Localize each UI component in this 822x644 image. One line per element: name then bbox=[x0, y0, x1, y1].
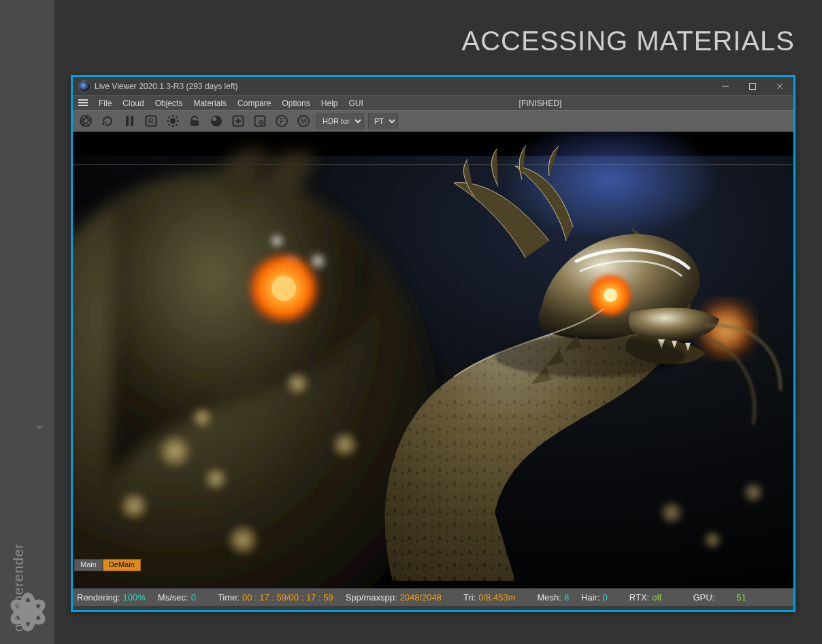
status-rtx-label: RTX: bbox=[629, 592, 649, 603]
svg-point-50 bbox=[269, 233, 285, 249]
svg-point-34 bbox=[260, 121, 263, 124]
menu-help[interactable]: Help bbox=[316, 99, 344, 108]
svg-line-24 bbox=[176, 124, 178, 126]
svg-point-52 bbox=[203, 467, 228, 491]
svg-line-26 bbox=[169, 124, 170, 126]
svg-point-18 bbox=[170, 118, 176, 124]
window-title: Live Viewer 2020.1.3-R3 (293 days left) bbox=[95, 82, 238, 91]
app-icon bbox=[78, 80, 91, 92]
brand-tm: ™ bbox=[35, 424, 42, 432]
status-mssec-label: Ms/sec: bbox=[158, 592, 188, 603]
svg-point-57 bbox=[331, 431, 359, 458]
svg-rect-2 bbox=[750, 83, 756, 89]
svg-rect-15 bbox=[131, 116, 133, 126]
live-viewer-window: Live Viewer 2020.1.3-R3 (293 days left) … bbox=[71, 75, 795, 612]
svg-point-28 bbox=[211, 116, 222, 126]
kernel-select[interactable]: PT bbox=[368, 114, 398, 129]
status-mesh-label: Mesh: bbox=[537, 592, 561, 603]
maximize-button[interactable] bbox=[739, 77, 766, 95]
toolbar: R F M HDR tone PT bbox=[73, 110, 793, 132]
svg-rect-14 bbox=[126, 116, 129, 126]
minimize-button[interactable] bbox=[712, 77, 739, 95]
menubar: File Cloud Objects Materials Compare Opt… bbox=[73, 95, 793, 110]
render-finished-label: [FINISHED] bbox=[369, 99, 793, 108]
refresh-icon[interactable] bbox=[99, 112, 116, 130]
menu-materials[interactable]: Materials bbox=[188, 99, 232, 108]
status-bar: Rendering: 100% Ms/sec: 0 Time: 00 : 17 … bbox=[73, 588, 793, 606]
pause-icon[interactable] bbox=[120, 112, 138, 130]
menu-file[interactable]: File bbox=[93, 99, 117, 108]
svg-line-25 bbox=[176, 117, 178, 118]
status-tri-label: Tri: bbox=[463, 592, 476, 603]
status-rtx-value: off bbox=[652, 592, 661, 603]
menu-cloud[interactable]: Cloud bbox=[117, 99, 149, 108]
status-rendering-value: 100% bbox=[123, 592, 146, 603]
sun-icon[interactable] bbox=[164, 112, 182, 130]
svg-rect-27 bbox=[191, 120, 199, 126]
status-mssec-value: 0 bbox=[191, 592, 196, 603]
restart-icon[interactable]: R bbox=[142, 112, 160, 130]
svg-point-55 bbox=[191, 407, 213, 428]
status-time-label: Time: bbox=[218, 592, 240, 603]
svg-point-65 bbox=[703, 530, 722, 549]
svg-point-59 bbox=[272, 276, 296, 301]
status-spp-label: Spp/maxspp: bbox=[346, 592, 397, 603]
svg-point-63 bbox=[495, 336, 685, 377]
svg-point-62 bbox=[604, 288, 617, 302]
menu-gui[interactable]: GUI bbox=[343, 99, 368, 108]
svg-text:M: M bbox=[301, 118, 306, 125]
status-spp-value: 2048/2048 bbox=[400, 592, 442, 603]
viewport-tabs: Main DeMain bbox=[74, 559, 141, 571]
svg-text:F: F bbox=[280, 118, 284, 125]
status-time-value: 00 : 17 : 59/00 : 17 : 59 bbox=[242, 592, 333, 603]
focus-icon[interactable]: F bbox=[273, 112, 291, 130]
svg-line-23 bbox=[169, 117, 170, 118]
menu-objects[interactable]: Objects bbox=[150, 99, 188, 108]
menu-compare[interactable]: Compare bbox=[232, 99, 276, 108]
status-mesh-value: 8 bbox=[564, 592, 569, 603]
status-hair-value: 0 bbox=[603, 592, 608, 603]
presentation-sidebar bbox=[0, 0, 54, 644]
close-button[interactable] bbox=[766, 77, 793, 95]
svg-point-64 bbox=[659, 501, 684, 525]
svg-point-29 bbox=[212, 117, 216, 121]
hamburger-icon[interactable] bbox=[73, 98, 93, 109]
status-tri-value: 0/8.453m bbox=[478, 592, 515, 603]
status-gpu-label: GPU: bbox=[693, 592, 714, 603]
svg-text:R: R bbox=[148, 117, 154, 125]
status-hair-label: Hair: bbox=[581, 592, 599, 603]
svg-point-51 bbox=[157, 434, 193, 469]
tab-demain[interactable]: DeMain bbox=[103, 559, 141, 571]
brand-logo-icon bbox=[7, 591, 49, 633]
menu-options[interactable]: Options bbox=[276, 99, 315, 108]
pick-icon[interactable] bbox=[251, 112, 269, 130]
titlebar: Live Viewer 2020.1.3-R3 (293 days left) bbox=[73, 77, 793, 95]
lock-icon[interactable] bbox=[186, 112, 203, 130]
hdr-tone-select[interactable]: HDR tone bbox=[316, 114, 364, 129]
status-gpu-value: 51 bbox=[736, 592, 746, 603]
add-icon[interactable] bbox=[229, 112, 247, 130]
material-icon[interactable]: M bbox=[295, 112, 312, 130]
svg-point-54 bbox=[227, 524, 259, 556]
svg-point-66 bbox=[742, 481, 764, 503]
svg-point-53 bbox=[119, 491, 149, 521]
render-viewport[interactable]: Main DeMain bbox=[73, 132, 793, 588]
sphere-icon[interactable] bbox=[208, 112, 225, 130]
page-title: ACCESSING MATERIALS bbox=[462, 26, 795, 56]
status-rendering-label: Rendering: bbox=[77, 592, 120, 603]
aperture-icon[interactable] bbox=[77, 112, 95, 130]
svg-point-56 bbox=[285, 371, 310, 396]
tab-main[interactable]: Main bbox=[74, 559, 103, 571]
